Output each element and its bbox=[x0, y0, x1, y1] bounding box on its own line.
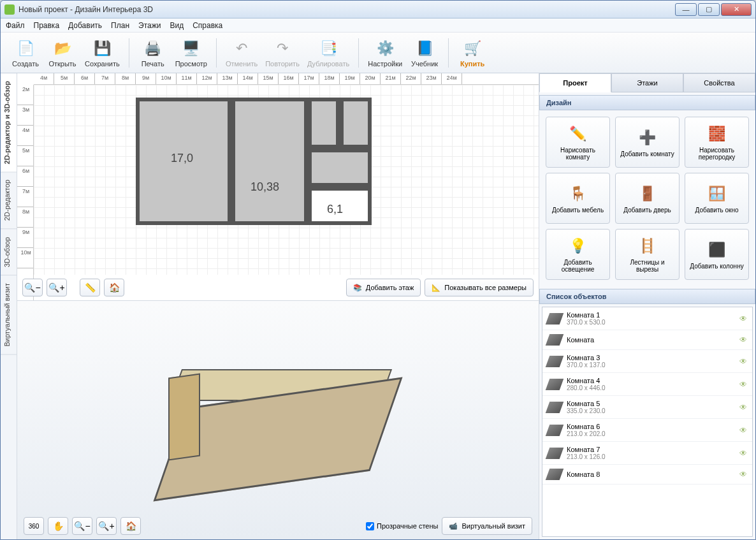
print-button[interactable]: 🖨️Печать bbox=[136, 37, 170, 69]
object-list-item[interactable]: Комната 4280.0 x 446.0👁 bbox=[542, 373, 752, 396]
home-button[interactable]: 🏠 bbox=[104, 279, 124, 296]
minimize-button[interactable]: — bbox=[675, 3, 697, 16]
visibility-toggle-icon[interactable]: 👁 bbox=[739, 335, 747, 344]
plan-canvas[interactable]: 17,0 10,38 6,1 bbox=[34, 85, 539, 275]
ruler-v-tick: 10м bbox=[17, 248, 33, 268]
vtab-combined[interactable]: 2D-редактор и 3D-обзор bbox=[1, 73, 17, 172]
zoom-in-3d-button[interactable]: 🔍+ bbox=[96, 517, 117, 535]
room-2[interactable] bbox=[231, 98, 308, 225]
settings-button[interactable]: ⚙️Настройки bbox=[365, 37, 405, 69]
design-button[interactable]: 🪜Лестницы и вырезы bbox=[615, 229, 680, 280]
object-list-item[interactable]: Комната 7213.0 x 126.0👁 bbox=[542, 442, 752, 465]
monitor-icon: 🖥️ bbox=[181, 38, 201, 59]
zoom-in-button[interactable]: 🔍+ bbox=[47, 279, 67, 296]
add-floor-button[interactable]: 📚Добавить этаж bbox=[346, 279, 421, 296]
object-text: Комната 7213.0 x 126.0 bbox=[567, 446, 734, 460]
vtab-2d-editor[interactable]: 2D-редактор bbox=[1, 172, 17, 229]
menu-add[interactable]: Добавить bbox=[68, 21, 102, 30]
tab-project[interactable]: Проект bbox=[539, 73, 611, 92]
design-button-icon: 💡 bbox=[568, 236, 588, 256]
object-name: Комната 6 bbox=[567, 423, 734, 430]
design-button[interactable]: 🪑Добавить мебель bbox=[546, 173, 610, 224]
design-button[interactable]: ✏️Нарисовать комнату bbox=[546, 117, 610, 168]
design-button[interactable]: ⬛Добавить колонну bbox=[685, 229, 749, 280]
menu-edit[interactable]: Правка bbox=[34, 21, 60, 30]
object-list-item[interactable]: Комната 6213.0 x 202.0👁 bbox=[542, 419, 752, 442]
object-text: Комната 6213.0 x 202.0 bbox=[567, 423, 734, 437]
transparent-walls-checkbox[interactable]: Прозрачные стены bbox=[366, 522, 438, 530]
menu-plan[interactable]: План bbox=[111, 21, 129, 30]
zoom-out-button[interactable]: 🔍− bbox=[22, 279, 43, 296]
visibility-toggle-icon[interactable]: 👁 bbox=[739, 426, 747, 435]
create-button[interactable]: 📄Создать bbox=[8, 37, 43, 69]
undo-button[interactable]: ↶Отменить bbox=[223, 37, 260, 69]
room-3d-icon bbox=[546, 379, 564, 390]
room-3d-icon bbox=[546, 469, 564, 480]
home-3d-button[interactable]: 🏠 bbox=[120, 517, 141, 535]
visibility-toggle-icon[interactable]: 👁 bbox=[739, 449, 747, 458]
room-small-2[interactable] bbox=[340, 98, 372, 149]
visibility-toggle-icon[interactable]: 👁 bbox=[739, 314, 747, 323]
2d-plan-area[interactable]: 4м5м6м7м8м9м10м11м12м13м14м15м16м17м18м1… bbox=[17, 73, 539, 300]
visibility-toggle-icon[interactable]: 👁 bbox=[739, 380, 747, 389]
design-button[interactable]: 🪟Добавить окно bbox=[685, 173, 749, 224]
menu-view[interactable]: Вид bbox=[170, 21, 184, 30]
room-small-1[interactable] bbox=[308, 98, 340, 149]
3d-preview-area[interactable]: 360 ✋ 🔍− 🔍+ 🏠 Прозрачные стены 📹Виртуаль… bbox=[17, 300, 539, 539]
object-name: Комната 7 bbox=[567, 446, 734, 453]
visibility-toggle-icon[interactable]: 👁 bbox=[739, 357, 747, 366]
maximize-button[interactable]: ▢ bbox=[698, 3, 720, 16]
object-list-item[interactable]: Комната 3370.0 x 137.0👁 bbox=[542, 350, 752, 373]
ruler-v-tick: 9м bbox=[17, 228, 33, 248]
preview-button[interactable]: 🖥️Просмотр bbox=[173, 37, 210, 69]
tab-floors[interactable]: Этажи bbox=[611, 73, 683, 92]
object-list-item[interactable]: Комната 5335.0 x 230.0👁 bbox=[542, 396, 752, 419]
save-button[interactable]: 💾Сохранить bbox=[82, 37, 122, 69]
object-list-item[interactable]: Комната 1370.0 x 530.0👁 bbox=[542, 307, 752, 330]
tutorial-button[interactable]: 📘Учебник bbox=[407, 37, 442, 69]
show-dimensions-button[interactable]: 📐Показывать все размеры bbox=[425, 279, 534, 296]
visibility-toggle-icon[interactable]: 👁 bbox=[739, 403, 747, 412]
design-button[interactable]: ➕Добавить комнату bbox=[615, 117, 680, 168]
pan-button[interactable]: ✋ bbox=[48, 517, 68, 535]
menu-floors[interactable]: Этажи bbox=[138, 21, 161, 30]
menu-file[interactable]: Файл bbox=[6, 21, 25, 30]
object-text: Комната 5335.0 x 230.0 bbox=[567, 400, 734, 414]
object-dimensions: 213.0 x 126.0 bbox=[567, 453, 734, 460]
toolbar-separator bbox=[216, 38, 217, 68]
rotate-360-button[interactable]: 360 bbox=[24, 517, 44, 535]
print-label: Печать bbox=[142, 60, 164, 68]
measure-button[interactable]: 📏 bbox=[80, 279, 100, 296]
close-button[interactable]: ✕ bbox=[721, 3, 752, 16]
duplicate-button[interactable]: 📑Дублировать bbox=[305, 37, 352, 69]
object-list-item[interactable]: Комната 8👁 bbox=[542, 465, 752, 485]
tab-properties[interactable]: Свойства bbox=[683, 73, 755, 92]
iso-side-wall bbox=[168, 373, 200, 460]
redo-label: Повторить bbox=[265, 60, 300, 68]
redo-button[interactable]: ↷Повторить bbox=[263, 37, 302, 69]
ruler-v-tick: 5м bbox=[17, 146, 33, 166]
3d-toolbar: 360 ✋ 🔍− 🔍+ 🏠 Прозрачные стены 📹Виртуаль… bbox=[24, 516, 532, 536]
object-list-item[interactable]: Комната👁 bbox=[542, 330, 752, 350]
transparent-walls-input[interactable] bbox=[366, 522, 374, 530]
design-button-label: Добавить комнату bbox=[620, 150, 674, 157]
ruler-v-tick: 4м bbox=[17, 126, 33, 146]
ruler-h-tick: 12м bbox=[197, 73, 217, 84]
open-button[interactable]: 📂Открыть bbox=[45, 37, 80, 69]
vtab-virtual-visit[interactable]: Виртуальный визит bbox=[1, 275, 17, 355]
visibility-toggle-icon[interactable]: 👁 bbox=[739, 470, 747, 479]
room-3d-icon bbox=[546, 425, 564, 436]
menu-help[interactable]: Справка bbox=[193, 21, 222, 30]
design-button[interactable]: 🚪Добавить дверь bbox=[615, 173, 680, 224]
room-small-3[interactable] bbox=[308, 149, 372, 187]
design-button[interactable]: 💡Добавить освещение bbox=[546, 229, 610, 280]
vtab-3d-view[interactable]: 3D-обзор bbox=[1, 230, 17, 275]
virtual-visit-button[interactable]: 📹Виртуальный визит bbox=[442, 517, 532, 535]
design-button[interactable]: 🧱Нарисовать перегородку bbox=[685, 117, 749, 168]
ruler-h-tick: 6м bbox=[75, 73, 95, 84]
objects-list[interactable]: Комната 1370.0 x 530.0👁Комната👁Комната 3… bbox=[542, 307, 753, 537]
design-button-icon: ✏️ bbox=[568, 124, 588, 144]
3d-model[interactable] bbox=[144, 337, 412, 503]
buy-button[interactable]: 🛒Купить bbox=[455, 37, 490, 69]
zoom-out-3d-button[interactable]: 🔍− bbox=[72, 517, 92, 535]
